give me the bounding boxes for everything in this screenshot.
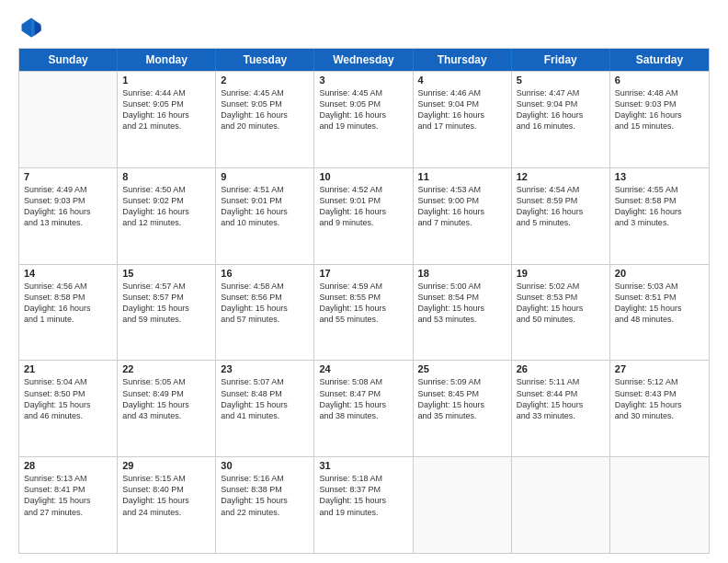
calendar: SundayMondayTuesdayWednesdayThursdayFrid… [18, 48, 710, 554]
day-number: 13 [615, 171, 704, 182]
day-info: Sunrise: 4:57 AMSunset: 8:57 PMDaylight:… [122, 281, 210, 326]
day-number: 19 [517, 268, 605, 279]
day-info: Sunrise: 5:03 AMSunset: 8:51 PMDaylight:… [615, 281, 704, 326]
header-day-friday: Friday [512, 49, 610, 71]
day-cell-31: 31Sunrise: 5:18 AMSunset: 8:37 PMDayligh… [314, 457, 413, 553]
logo [18, 15, 48, 40]
day-number: 1 [122, 75, 210, 86]
day-info: Sunrise: 5:02 AMSunset: 8:53 PMDaylight:… [517, 281, 605, 326]
day-number: 27 [615, 363, 704, 374]
day-info: Sunrise: 5:11 AMSunset: 8:44 PMDaylight:… [517, 376, 605, 421]
empty-cell [19, 72, 118, 167]
header-day-saturday: Saturday [610, 49, 709, 71]
day-cell-27: 27Sunrise: 5:12 AMSunset: 8:43 PMDayligh… [610, 361, 709, 456]
calendar-row-1: 7Sunrise: 4:49 AMSunset: 9:03 PMDaylight… [19, 167, 709, 264]
day-info: Sunrise: 5:16 AMSunset: 8:38 PMDaylight:… [221, 473, 309, 518]
day-info: Sunrise: 4:46 AMSunset: 9:04 PMDaylight:… [418, 87, 506, 132]
day-number: 30 [221, 460, 309, 471]
day-number: 22 [122, 363, 210, 374]
day-number: 28 [24, 460, 112, 471]
day-cell-17: 17Sunrise: 4:59 AMSunset: 8:55 PMDayligh… [314, 265, 413, 361]
logo-icon [18, 15, 44, 40]
day-info: Sunrise: 5:09 AMSunset: 8:45 PMDaylight:… [418, 376, 506, 421]
day-info: Sunrise: 4:47 AMSunset: 9:04 PMDaylight:… [517, 87, 605, 132]
day-cell-24: 24Sunrise: 5:08 AMSunset: 8:47 PMDayligh… [314, 361, 413, 456]
day-cell-3: 3Sunrise: 4:45 AMSunset: 9:05 PMDaylight… [314, 72, 413, 167]
day-cell-2: 2Sunrise: 4:45 AMSunset: 9:05 PMDaylight… [216, 72, 314, 167]
day-cell-13: 13Sunrise: 4:55 AMSunset: 8:58 PMDayligh… [610, 168, 709, 264]
day-number: 26 [517, 363, 605, 374]
calendar-row-2: 14Sunrise: 4:56 AMSunset: 8:58 PMDayligh… [19, 264, 709, 361]
day-number: 14 [24, 268, 112, 279]
day-number: 12 [517, 171, 605, 182]
day-number: 10 [319, 171, 407, 182]
day-number: 24 [319, 363, 407, 374]
day-cell-12: 12Sunrise: 4:54 AMSunset: 8:59 PMDayligh… [512, 168, 610, 264]
header-day-wednesday: Wednesday [314, 49, 413, 71]
header-day-monday: Monday [118, 49, 216, 71]
day-cell-25: 25Sunrise: 5:09 AMSunset: 8:45 PMDayligh… [414, 361, 512, 456]
day-info: Sunrise: 4:56 AMSunset: 8:58 PMDaylight:… [24, 281, 112, 326]
empty-cell [610, 457, 709, 553]
day-info: Sunrise: 4:51 AMSunset: 9:01 PMDaylight:… [221, 184, 309, 229]
day-number: 23 [221, 363, 309, 374]
day-cell-29: 29Sunrise: 5:15 AMSunset: 8:40 PMDayligh… [118, 457, 216, 553]
day-cell-28: 28Sunrise: 5:13 AMSunset: 8:41 PMDayligh… [19, 457, 118, 553]
day-number: 20 [615, 268, 704, 279]
day-info: Sunrise: 4:53 AMSunset: 9:00 PMDaylight:… [418, 184, 506, 229]
header [18, 15, 710, 40]
header-day-tuesday: Tuesday [216, 49, 314, 71]
day-cell-11: 11Sunrise: 4:53 AMSunset: 9:00 PMDayligh… [414, 168, 512, 264]
day-number: 16 [221, 268, 309, 279]
day-cell-16: 16Sunrise: 4:58 AMSunset: 8:56 PMDayligh… [216, 265, 314, 361]
day-info: Sunrise: 4:45 AMSunset: 9:05 PMDaylight:… [319, 87, 407, 132]
day-cell-18: 18Sunrise: 5:00 AMSunset: 8:54 PMDayligh… [414, 265, 512, 361]
day-number: 21 [24, 363, 112, 374]
calendar-row-4: 28Sunrise: 5:13 AMSunset: 8:41 PMDayligh… [19, 456, 709, 553]
day-number: 29 [122, 460, 210, 471]
day-number: 6 [615, 75, 704, 86]
day-number: 15 [122, 268, 210, 279]
day-info: Sunrise: 4:52 AMSunset: 9:01 PMDaylight:… [319, 184, 407, 229]
day-number: 11 [418, 171, 506, 182]
day-info: Sunrise: 4:48 AMSunset: 9:03 PMDaylight:… [615, 87, 704, 132]
day-info: Sunrise: 5:08 AMSunset: 8:47 PMDaylight:… [319, 376, 407, 421]
day-cell-26: 26Sunrise: 5:11 AMSunset: 8:44 PMDayligh… [512, 361, 610, 456]
day-info: Sunrise: 5:00 AMSunset: 8:54 PMDaylight:… [418, 281, 506, 326]
day-cell-1: 1Sunrise: 4:44 AMSunset: 9:05 PMDaylight… [118, 72, 216, 167]
day-number: 18 [418, 268, 506, 279]
day-info: Sunrise: 5:04 AMSunset: 8:50 PMDaylight:… [24, 376, 112, 421]
calendar-body: 1Sunrise: 4:44 AMSunset: 9:05 PMDaylight… [19, 71, 709, 553]
page: SundayMondayTuesdayWednesdayThursdayFrid… [0, 0, 728, 563]
day-number: 5 [517, 75, 605, 86]
day-info: Sunrise: 4:59 AMSunset: 8:55 PMDaylight:… [319, 281, 407, 326]
day-number: 9 [221, 171, 309, 182]
day-cell-14: 14Sunrise: 4:56 AMSunset: 8:58 PMDayligh… [19, 265, 118, 361]
day-info: Sunrise: 4:55 AMSunset: 8:58 PMDaylight:… [615, 184, 704, 229]
day-number: 25 [418, 363, 506, 374]
day-cell-6: 6Sunrise: 4:48 AMSunset: 9:03 PMDaylight… [610, 72, 709, 167]
day-cell-19: 19Sunrise: 5:02 AMSunset: 8:53 PMDayligh… [512, 265, 610, 361]
day-info: Sunrise: 5:18 AMSunset: 8:37 PMDaylight:… [319, 473, 407, 518]
day-number: 7 [24, 171, 112, 182]
day-info: Sunrise: 4:54 AMSunset: 8:59 PMDaylight:… [517, 184, 605, 229]
day-number: 2 [221, 75, 309, 86]
empty-cell [414, 457, 512, 553]
day-info: Sunrise: 5:13 AMSunset: 8:41 PMDaylight:… [24, 473, 112, 518]
day-cell-21: 21Sunrise: 5:04 AMSunset: 8:50 PMDayligh… [19, 361, 118, 456]
day-number: 8 [122, 171, 210, 182]
day-number: 31 [319, 460, 407, 471]
day-info: Sunrise: 4:44 AMSunset: 9:05 PMDaylight:… [122, 87, 210, 132]
calendar-row-0: 1Sunrise: 4:44 AMSunset: 9:05 PMDaylight… [19, 71, 709, 167]
calendar-row-3: 21Sunrise: 5:04 AMSunset: 8:50 PMDayligh… [19, 360, 709, 456]
day-cell-20: 20Sunrise: 5:03 AMSunset: 8:51 PMDayligh… [610, 265, 709, 361]
day-cell-30: 30Sunrise: 5:16 AMSunset: 8:38 PMDayligh… [216, 457, 314, 553]
day-info: Sunrise: 5:05 AMSunset: 8:49 PMDaylight:… [122, 376, 210, 421]
day-cell-10: 10Sunrise: 4:52 AMSunset: 9:01 PMDayligh… [314, 168, 413, 264]
header-day-sunday: Sunday [19, 49, 118, 71]
day-cell-4: 4Sunrise: 4:46 AMSunset: 9:04 PMDaylight… [414, 72, 512, 167]
day-number: 3 [319, 75, 407, 86]
day-info: Sunrise: 5:15 AMSunset: 8:40 PMDaylight:… [122, 473, 210, 518]
empty-cell [512, 457, 610, 553]
calendar-header: SundayMondayTuesdayWednesdayThursdayFrid… [19, 49, 709, 71]
